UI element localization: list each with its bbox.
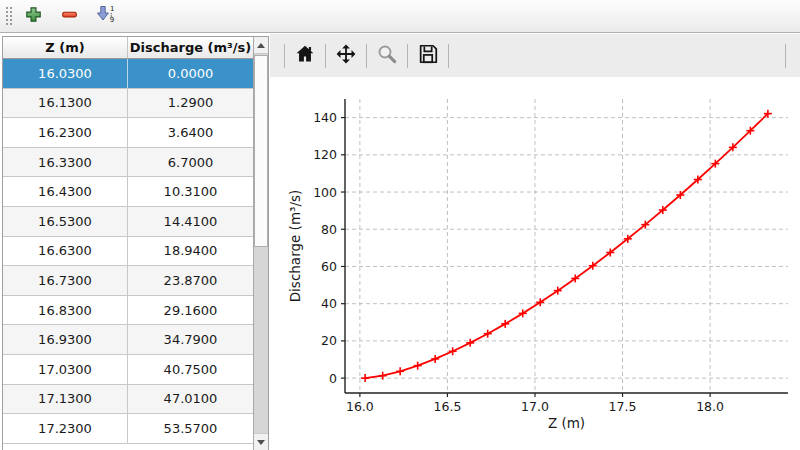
toolbar-separator: [448, 44, 449, 68]
table-row[interactable]: 16.33006.7000: [3, 148, 253, 178]
cell-z[interactable]: 17.1300: [3, 385, 128, 414]
svg-text:40: 40: [321, 296, 337, 311]
svg-text:20: 20: [321, 333, 337, 348]
minus-icon: [61, 6, 78, 27]
cell-z[interactable]: 16.9300: [3, 325, 128, 354]
cell-discharge[interactable]: 3.6400: [128, 118, 253, 147]
svg-text:100: 100: [313, 185, 337, 200]
svg-text:60: 60: [321, 259, 337, 274]
cell-discharge[interactable]: 53.5700: [128, 414, 253, 443]
svg-text:80: 80: [321, 222, 337, 237]
chart-canvas[interactable]: 16.016.517.017.518.0020406080100120140Z …: [270, 77, 800, 450]
cell-z[interactable]: 17.0300: [3, 355, 128, 384]
pan-icon: [335, 43, 357, 69]
add-row-button[interactable]: [17, 3, 49, 29]
cell-z[interactable]: 16.1300: [3, 89, 128, 118]
cell-discharge[interactable]: 40.7500: [128, 355, 253, 384]
rating-curve-window: 1 9 Z (m) Discharge (m³/s) 16.03000.0000…: [0, 0, 800, 450]
cell-z[interactable]: 16.4300: [3, 177, 128, 206]
sort-ascending-button[interactable]: 1 9: [89, 3, 121, 29]
toolbar-drag-handle[interactable]: [5, 6, 13, 26]
table-row[interactable]: 17.030040.7500: [3, 355, 253, 385]
table-panel: Z (m) Discharge (m³/s) 16.03000.000016.1…: [0, 34, 270, 450]
table-row[interactable]: 16.530014.4100: [3, 207, 253, 237]
toolbar-separator: [407, 44, 408, 68]
table-scrollbar[interactable]: [253, 37, 268, 450]
table-row[interactable]: 16.930034.7900: [3, 325, 253, 355]
discharge-curve: [365, 114, 768, 378]
table-body: 16.03000.000016.13001.290016.23003.64001…: [3, 59, 253, 450]
cell-discharge[interactable]: 34.7900: [128, 325, 253, 354]
cell-z[interactable]: 16.6300: [3, 237, 128, 266]
save-button[interactable]: [414, 42, 442, 70]
cell-z[interactable]: 16.5300: [3, 207, 128, 236]
table-row[interactable]: 16.830029.1600: [3, 296, 253, 326]
svg-text:17.0: 17.0: [521, 399, 549, 414]
table-row[interactable]: 16.630018.9400: [3, 237, 253, 267]
pan-button[interactable]: [332, 42, 360, 70]
arrow-up-icon: [257, 43, 265, 48]
cell-discharge[interactable]: 1.2900: [128, 89, 253, 118]
cell-z[interactable]: 16.0300: [3, 59, 128, 88]
cell-discharge[interactable]: 0.0000: [128, 59, 253, 88]
scrollbar-track[interactable]: [254, 53, 268, 434]
toolbar-separator: [284, 44, 285, 68]
svg-text:17.5: 17.5: [609, 399, 637, 414]
plot-toolbar: [270, 34, 800, 77]
arrow-down-icon: [257, 440, 265, 445]
cell-discharge[interactable]: 29.1600: [128, 296, 253, 325]
svg-text:1: 1: [110, 5, 114, 13]
table-row[interactable]: 16.730023.8700: [3, 266, 253, 296]
toolbar-separator: [325, 44, 326, 68]
cell-discharge[interactable]: 23.8700: [128, 266, 253, 295]
sort-ascending-icon: 1 9: [96, 5, 115, 27]
plot-panel: 16.016.517.017.518.0020406080100120140Z …: [270, 34, 800, 450]
table-row[interactable]: 16.03000.0000: [3, 59, 253, 89]
toolbar-separator: [366, 44, 367, 68]
rating-table: Z (m) Discharge (m³/s) 16.03000.000016.1…: [2, 36, 269, 450]
cell-z[interactable]: 16.3300: [3, 148, 128, 177]
chart-svg: 16.016.517.017.518.0020406080100120140Z …: [270, 77, 800, 450]
scrollbar-up-button[interactable]: [254, 37, 268, 54]
save-icon: [417, 43, 439, 69]
table-row[interactable]: 17.230053.5700: [3, 414, 253, 444]
home-button[interactable]: [291, 42, 319, 70]
y-axis-label: Discharge (m³/s): [287, 190, 303, 303]
table-row[interactable]: 17.130047.0100: [3, 385, 253, 415]
cell-discharge[interactable]: 47.0100: [128, 385, 253, 414]
zoom-button[interactable]: [373, 42, 401, 70]
svg-text:120: 120: [313, 147, 337, 162]
plus-icon: [25, 6, 42, 27]
main-toolbar: 1 9: [0, 0, 800, 33]
x-axis-label: Z (m): [548, 415, 585, 431]
magnifier-icon: [376, 43, 398, 69]
column-header-discharge[interactable]: Discharge (m³/s): [128, 37, 253, 58]
home-icon: [294, 43, 316, 69]
table-row[interactable]: 16.430010.3100: [3, 177, 253, 207]
toolbar-separator: [785, 44, 786, 68]
cell-z[interactable]: 16.2300: [3, 118, 128, 147]
cell-discharge[interactable]: 14.4100: [128, 207, 253, 236]
svg-text:16.0: 16.0: [346, 399, 374, 414]
cell-z[interactable]: 16.7300: [3, 266, 128, 295]
content-area: Z (m) Discharge (m³/s) 16.03000.000016.1…: [0, 34, 800, 450]
svg-text:9: 9: [109, 16, 113, 23]
scrollbar-thumb[interactable]: [254, 55, 268, 247]
svg-text:18.0: 18.0: [696, 399, 724, 414]
cell-discharge[interactable]: 6.7000: [128, 148, 253, 177]
svg-text:16.5: 16.5: [434, 399, 462, 414]
remove-row-button[interactable]: [53, 3, 85, 29]
svg-text:140: 140: [313, 110, 337, 125]
table-header: Z (m) Discharge (m³/s): [3, 37, 253, 59]
cell-z[interactable]: 17.2300: [3, 414, 128, 443]
column-header-z[interactable]: Z (m): [3, 37, 128, 58]
cell-z[interactable]: 16.8300: [3, 296, 128, 325]
cell-discharge[interactable]: 10.3100: [128, 177, 253, 206]
svg-text:0: 0: [329, 371, 337, 386]
table-row[interactable]: 16.13001.2900: [3, 89, 253, 119]
scrollbar-down-button[interactable]: [254, 433, 268, 450]
cell-discharge[interactable]: 18.9400: [128, 237, 253, 266]
table-row[interactable]: 16.23003.6400: [3, 118, 253, 148]
